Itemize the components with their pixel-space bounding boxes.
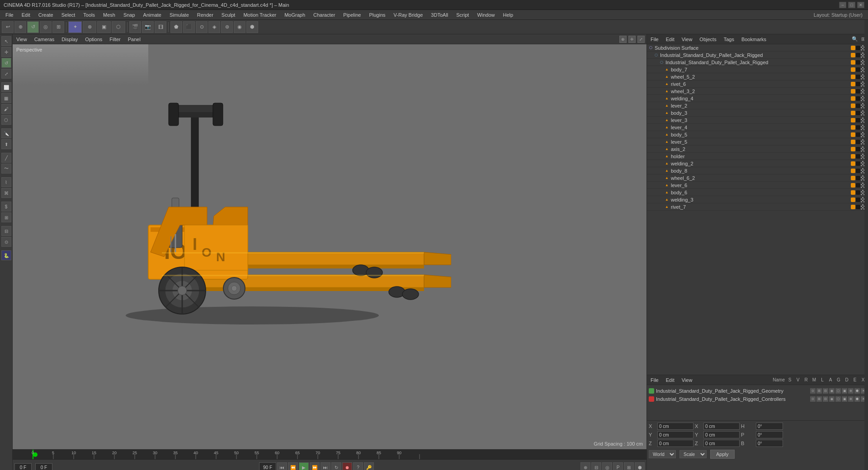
move-tool[interactable]: ✛ [1, 47, 11, 57]
obj-row-welding3[interactable]: ▲ welding_3 [647, 196, 868, 203]
loop-button[interactable]: ↻ [331, 462, 341, 470]
obj-row-lever2[interactable]: ▲ lever_2 [647, 102, 868, 109]
menu-render[interactable]: Render [193, 11, 217, 19]
viewport-icon-2[interactable]: ✛ [628, 36, 636, 43]
object-tree[interactable]: ⬡ Subdivision Surface ◌ Industrial_Stand… [647, 44, 868, 375]
line-tool[interactable]: ╱ [1, 153, 11, 163]
obj-row-wheel62[interactable]: ▲ wheel_6_2 [647, 174, 868, 182]
knife-tool[interactable]: 🔪 [1, 128, 11, 138]
x-value-input[interactable] [657, 423, 693, 430]
objmgr-bookmarks-menu[interactable]: Bookmarks [740, 37, 768, 42]
timeline-pow[interactable]: ⊞ [624, 462, 634, 470]
viewport-menu-view[interactable]: View [14, 37, 29, 42]
tool6-button[interactable]: ◉ [234, 21, 245, 33]
attr-geometry-row[interactable]: Industrial_Standard_Duty_Pallet_Jack_Rig… [649, 387, 866, 395]
menu-select[interactable]: Select [58, 11, 79, 19]
menu-create[interactable]: Create [35, 11, 57, 19]
menu-sculpt[interactable]: Sculpt [218, 11, 239, 19]
obj-row-rivet7[interactable]: ▲ rivet_7 [647, 203, 868, 211]
tool2-button[interactable]: ⬛ [183, 21, 195, 33]
viewport[interactable]: ION [13, 44, 646, 449]
transform-mode-select[interactable]: Scale Move Rotate [679, 450, 707, 458]
menu-plugins[interactable]: Plugins [365, 11, 389, 19]
model-mode-button[interactable]: ✦ [68, 21, 82, 33]
scale-button[interactable]: ⊞ [52, 21, 64, 33]
tool5-button[interactable]: ⊛ [221, 21, 233, 33]
view-mode-tool[interactable]: ⬜ [1, 82, 11, 92]
obj-row-body5[interactable]: ▲ body_5 [647, 131, 868, 138]
objmgr-view-menu[interactable]: View [680, 37, 694, 42]
objmgr-edit-menu[interactable]: Edit [664, 37, 676, 42]
tool1-button[interactable]: ⬟ [170, 21, 182, 33]
menu-help[interactable]: Help [500, 11, 517, 19]
goto-end-button[interactable]: ⏭ [321, 462, 330, 470]
menu-animate[interactable]: Animate [140, 11, 165, 19]
obj-row-welding4[interactable]: ▲ welding_4 [647, 95, 868, 102]
edit-render-button[interactable]: 🎞 [155, 21, 166, 33]
texture-tool[interactable]: ⊞ [1, 212, 11, 222]
menu-file[interactable]: File [2, 11, 17, 19]
goto-start-button[interactable]: ⏮ [277, 462, 287, 470]
menu-3dtoall[interactable]: 3DToAll [427, 11, 452, 19]
z-value-input[interactable] [657, 440, 693, 447]
sculpt-tool[interactable]: ⌘ [1, 188, 11, 198]
extrude-tool[interactable]: ⬆ [1, 139, 11, 149]
viewport-icon-1[interactable]: ⊕ [619, 36, 627, 43]
viewport-menu-options[interactable]: Options [83, 37, 104, 42]
attr-controllers-row[interactable]: Industrial_Standard_Duty_Pallet_Jack_Rig… [649, 395, 866, 403]
obj-row-body3[interactable]: ▲ body_3 [647, 109, 868, 117]
rotate-tool[interactable]: ↺ [1, 58, 11, 68]
objmgr-tags-menu[interactable]: Tags [722, 37, 736, 42]
move-button[interactable]: ◎ [40, 21, 52, 33]
obj-row-wheel32[interactable]: ▲ wheel_3_2 [647, 88, 868, 95]
obj-row-axis2[interactable]: ▲ axis_2 [647, 146, 868, 153]
python-tool[interactable]: 🐍 [1, 250, 11, 260]
rotate-button[interactable]: ↺ [27, 21, 39, 33]
obj-row-pallet2[interactable]: ◌ Industrial_Standard_Duty_Pallet_Jack_R… [647, 59, 868, 66]
obj-row-lever3[interactable]: ▲ lever_3 [647, 117, 868, 124]
menu-mesh[interactable]: Mesh [99, 11, 119, 19]
obj-row-body7[interactable]: ▲ body_7 [647, 66, 868, 73]
checker-tool[interactable]: ▦ [1, 93, 11, 103]
scale-tool[interactable]: ⤢ [1, 69, 11, 79]
timeline-key-opts[interactable]: ⊟ [591, 462, 601, 470]
obj-row-rivet6[interactable]: ▲ rivet_6 [647, 80, 868, 88]
menu-tools[interactable]: Tools [80, 11, 99, 19]
attr-file-menu[interactable]: File [649, 377, 660, 383]
next-frame-button[interactable]: ⏩ [310, 462, 320, 470]
render-viewport-button[interactable]: 📷 [142, 21, 154, 33]
y-value-input[interactable] [657, 431, 693, 438]
obj-row-body8[interactable]: ▲ body_8 [647, 167, 868, 174]
render-to-picture-button[interactable]: 🎬 [129, 21, 141, 33]
paint-tool[interactable]: 🖌 [1, 104, 11, 114]
undo-button[interactable]: ↩ [2, 21, 14, 33]
grid-tool[interactable]: ⊟ [1, 226, 11, 236]
tool7-button[interactable]: ⬢ [246, 21, 258, 33]
menu-mograph[interactable]: MoGraph [281, 11, 309, 19]
attr-edit-menu[interactable]: Edit [664, 377, 676, 383]
obj-row-pallet1[interactable]: ◌ Industrial_Standard_Duty_Pallet_Jack_R… [647, 52, 868, 59]
menu-edit[interactable]: Edit [18, 11, 34, 19]
obj-row-body6[interactable]: ▲ body_6 [647, 189, 868, 196]
viewport-icon-3[interactable]: ⤢ [637, 36, 645, 43]
timeline-expand[interactable]: ⬢ [635, 462, 645, 470]
menu-simulate[interactable]: Simulate [166, 11, 193, 19]
coord-system-select[interactable]: World Local Parent [649, 450, 676, 458]
select-tool[interactable]: ↖ [1, 36, 11, 46]
apply-button[interactable]: Apply [710, 450, 735, 459]
vertex-tool[interactable]: ⊙ [1, 237, 11, 247]
b-value-input[interactable] [756, 440, 783, 447]
maximize-button[interactable]: □ [848, 2, 855, 8]
play-button[interactable]: ▶ [299, 462, 309, 470]
viewport-menu-filter[interactable]: Filter [108, 37, 122, 42]
menu-vray[interactable]: V-Ray Bridge [390, 11, 427, 19]
menu-character[interactable]: Character [310, 11, 339, 19]
close-button[interactable]: ✕ [857, 2, 864, 8]
timeline-add-key[interactable]: ⊕ [580, 462, 590, 470]
obj-row-lever5[interactable]: ▲ lever_5 [647, 138, 868, 146]
obj-row-welding2[interactable]: ▲ welding_2 [647, 160, 868, 167]
deform-tool[interactable]: ⌇ [1, 177, 11, 187]
keyframe-button[interactable]: 🔑 [364, 462, 374, 470]
obj-row-holder[interactable]: ▲ holder [647, 153, 868, 160]
z2-value-input[interactable] [703, 440, 740, 447]
